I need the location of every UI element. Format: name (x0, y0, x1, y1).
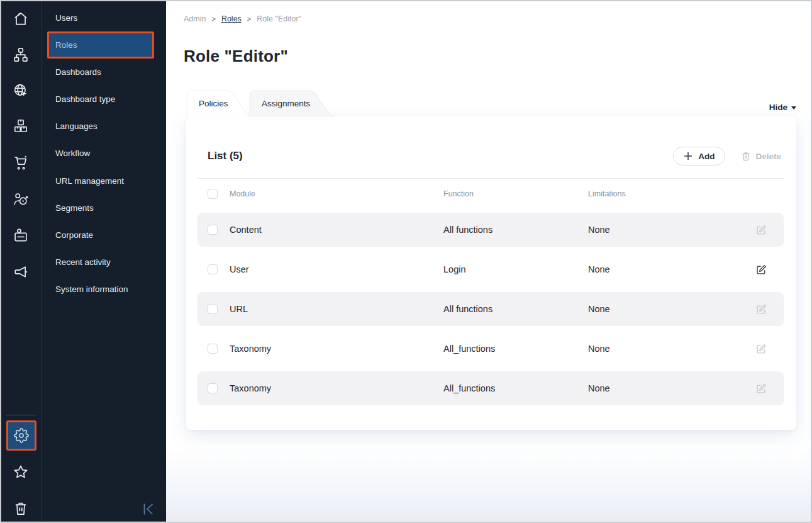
list-actions: Add Delete (673, 147, 781, 166)
cell-limitations: None (588, 304, 756, 314)
icon-rail (0, 0, 42, 521)
table-row[interactable]: Content All functions None (197, 213, 784, 247)
audience-target-icon[interactable] (13, 191, 29, 208)
home-icon[interactable] (13, 11, 29, 27)
sidebar-item-dashboards[interactable]: Dashboards (42, 59, 167, 86)
trash-icon (742, 152, 750, 161)
add-button[interactable]: Add (673, 147, 725, 166)
table-header-row: Module Function Limitations (197, 182, 784, 206)
star-icon[interactable] (13, 464, 29, 480)
edit-icon[interactable] (756, 304, 767, 315)
row-checkbox[interactable] (208, 225, 218, 235)
main-content: Admin > Roles > Role "Editor" Role "Edit… (166, 0, 812, 523)
delete-button[interactable]: Delete (742, 152, 781, 161)
table-row[interactable]: User Login None (197, 252, 784, 286)
page-bottom-fade (166, 447, 812, 523)
breadcrumb: Admin > Roles > Role "Editor" (184, 14, 301, 23)
list-header: List (5) Add Delete (208, 147, 781, 166)
id-badge-icon[interactable] (13, 227, 29, 244)
sidebar-item-recent-activity[interactable]: Recent activity (42, 249, 167, 276)
caret-down-icon (791, 106, 796, 110)
sidebar-item-roles[interactable]: Roles (42, 31, 167, 59)
tab-assignments[interactable]: Assignments (249, 90, 343, 116)
collapse-left-icon[interactable] (141, 502, 156, 516)
column-header-limitations: Limitations (588, 189, 756, 198)
packages-icon[interactable] (13, 118, 29, 134)
trash-icon[interactable] (13, 500, 29, 517)
edit-icon[interactable] (756, 264, 767, 275)
hide-label: Hide (769, 103, 787, 112)
sidebar-item-url-management[interactable]: URL management (42, 167, 167, 194)
sidebar-item-dashboard-type[interactable]: Dashboard type (42, 86, 167, 113)
edit-icon[interactable] (756, 225, 767, 235)
column-header-function: Function (443, 189, 582, 198)
tab-label: Policies (199, 90, 228, 116)
cell-function: All_functions (443, 383, 582, 393)
cell-function: Login (443, 264, 582, 274)
row-checkbox[interactable] (208, 344, 218, 354)
sidebar-item-users[interactable]: Users (42, 4, 167, 31)
row-checkbox[interactable] (208, 264, 218, 274)
edit-icon[interactable] (756, 383, 767, 394)
cell-module: Content (230, 225, 437, 235)
cell-module: Taxonomy (230, 383, 437, 393)
cell-module: URL (230, 304, 437, 314)
edit-icon[interactable] (756, 344, 767, 354)
tab-label: Assignments (262, 90, 310, 116)
rail-divider (6, 415, 36, 415)
policies-panel: List (5) Add Delete Module Function Limi… (186, 116, 796, 430)
cell-function: All functions (443, 225, 582, 235)
sidebar-item-corporate[interactable]: Corporate (42, 222, 167, 249)
breadcrumb-separator: > (211, 15, 215, 23)
megaphone-icon[interactable] (13, 264, 29, 280)
cell-limitations: None (588, 264, 756, 274)
breadcrumb-admin: Admin (184, 14, 206, 23)
cell-module: Taxonomy (230, 344, 437, 354)
table-row[interactable]: Taxonomy All_functions None (197, 371, 784, 405)
sidebar-item-system-information[interactable]: System information (42, 276, 167, 303)
settings-gear-highlight[interactable] (6, 420, 36, 451)
sidebar-item-languages[interactable]: Languages (42, 113, 167, 140)
hide-toggle[interactable]: Hide (769, 103, 796, 112)
cart-icon[interactable] (13, 154, 29, 171)
cell-module: User (230, 264, 437, 274)
breadcrumb-roles-link[interactable]: Roles (221, 14, 242, 23)
table-row[interactable]: URL All functions None (197, 292, 784, 326)
delete-label: Delete (755, 152, 781, 161)
table-row[interactable]: Taxonomy All_functions None (197, 332, 784, 366)
row-checkbox[interactable] (208, 383, 218, 393)
row-checkbox[interactable] (208, 304, 218, 314)
plus-icon (684, 152, 692, 160)
sidebar-item-segments[interactable]: Segments (42, 194, 167, 222)
cell-limitations: None (588, 383, 756, 393)
globe-pointer-icon[interactable] (13, 82, 29, 99)
sitemap-icon[interactable] (13, 47, 29, 63)
cell-function: All functions (443, 304, 582, 314)
list-title: List (5) (208, 150, 243, 162)
select-all-checkbox[interactable] (208, 189, 218, 199)
column-header-module: Module (230, 189, 437, 198)
cell-function: All_functions (443, 344, 582, 354)
cell-limitations: None (588, 344, 756, 354)
cell-limitations: None (588, 225, 756, 235)
breadcrumb-separator: > (247, 15, 251, 23)
tab-policies[interactable]: Policies (186, 90, 259, 116)
gear-icon (14, 428, 29, 443)
add-label: Add (698, 152, 715, 161)
header-divider (197, 178, 784, 179)
breadcrumb-current: Role "Editor" (257, 14, 301, 23)
page-title: Role "Editor" (184, 47, 288, 66)
sidebar-item-workflow[interactable]: Workflow (42, 140, 167, 167)
sidebar-menu: Users Roles Dashboards Dashboard type La… (42, 0, 166, 521)
